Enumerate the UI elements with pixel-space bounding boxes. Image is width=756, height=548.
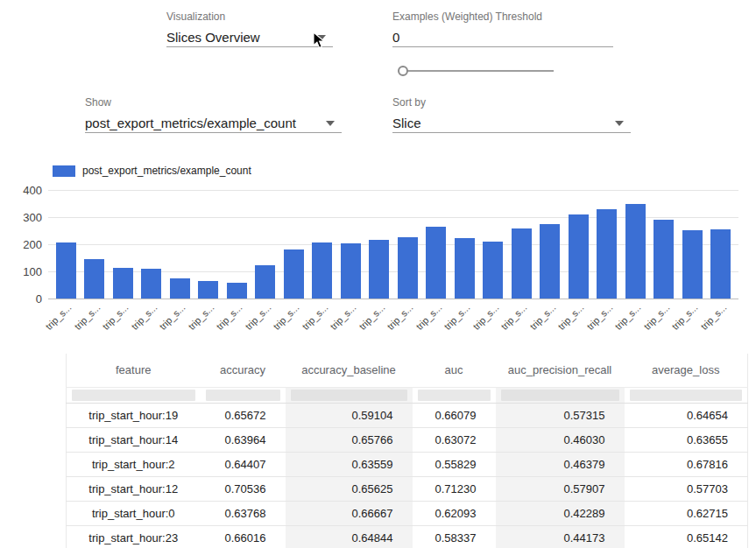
chart-legend: post_export_metrics/example_count	[53, 165, 251, 177]
bar[interactable]	[84, 259, 104, 299]
show-dropdown[interactable]: post_export_metrics/example_count	[85, 113, 342, 133]
bar[interactable]	[341, 243, 361, 299]
metric-cell: 0.65625	[286, 476, 413, 501]
metric-cell: 0.71230	[413, 476, 496, 501]
filter-input[interactable]	[501, 390, 619, 401]
bar[interactable]	[654, 220, 674, 299]
y-axis-tick-label: 100	[12, 265, 42, 278]
bar-slot: trip_s...	[365, 190, 394, 299]
bar[interactable]	[255, 265, 275, 299]
bar[interactable]	[312, 242, 332, 299]
column-header-accuracy_baseline[interactable]: accuracy_baseline	[286, 354, 413, 387]
visualization-dropdown[interactable]: Slices Overview	[166, 27, 333, 47]
bar-slot: trip_s...	[138, 190, 166, 299]
show-label: Show	[85, 96, 342, 109]
filter-cell	[413, 387, 496, 403]
filter-input[interactable]	[206, 390, 280, 401]
visualization-control: Visualization Slices Overview	[166, 11, 333, 47]
legend-label: post_export_metrics/example_count	[82, 165, 251, 177]
metric-cell: 0.65142	[625, 525, 748, 548]
metrics-table: featureaccuracyaccuracy_baselineaucauc_p…	[66, 354, 748, 548]
threshold-slider[interactable]	[398, 65, 554, 77]
bar[interactable]	[198, 281, 218, 299]
bar[interactable]	[170, 278, 190, 299]
bar[interactable]	[426, 227, 446, 299]
column-header-auc_precision_recall[interactable]: auc_precision_recall	[496, 354, 625, 387]
metric-cell: 0.64844	[286, 525, 413, 548]
sort-by-dropdown[interactable]: Slice	[392, 113, 631, 133]
bar[interactable]	[597, 209, 617, 299]
bar-slot: trip_s...	[422, 190, 451, 299]
bar[interactable]	[540, 224, 560, 299]
column-header-average_loss[interactable]: average_loss	[625, 354, 748, 387]
metric-cell: 0.46379	[496, 452, 625, 476]
column-header-accuracy[interactable]: accuracy	[201, 354, 286, 387]
bar[interactable]	[455, 238, 475, 299]
visualization-label: Visualization	[166, 11, 333, 23]
metric-cell: 0.66016	[201, 525, 286, 548]
table-row[interactable]: trip_start_hour:140.639640.657660.630720…	[67, 427, 748, 452]
threshold-input[interactable]: 0	[392, 27, 613, 47]
show-control: Show post_export_metrics/example_count	[85, 96, 342, 133]
filter-input[interactable]	[72, 390, 195, 401]
filter-input[interactable]	[630, 390, 743, 401]
y-axis-tick-label: 0	[12, 292, 42, 306]
table-row[interactable]: trip_start_hour:230.660160.648440.583370…	[67, 525, 748, 548]
bar-slot: trip_s...	[223, 190, 251, 299]
slider-handle[interactable]	[398, 66, 408, 76]
gridline	[48, 299, 738, 299]
metric-cell: 0.65672	[201, 403, 286, 427]
sort-by-label: Sort by	[392, 96, 631, 109]
slider-track[interactable]	[404, 70, 554, 72]
metric-cell: 0.64654	[625, 403, 748, 427]
bar-slot: trip_s...	[450, 190, 479, 299]
bar[interactable]	[398, 237, 418, 299]
chevron-down-icon	[326, 121, 335, 126]
bar[interactable]	[625, 204, 646, 299]
metric-cell: 0.67816	[625, 452, 748, 476]
table-row[interactable]: trip_start_hour:120.705360.656250.712300…	[67, 476, 748, 501]
filter-input[interactable]	[291, 390, 407, 401]
table-row[interactable]: trip_start_hour:190.656720.591040.660790…	[67, 403, 748, 427]
metric-cell: 0.59104	[286, 403, 413, 427]
bar[interactable]	[710, 229, 731, 299]
threshold-value: 0	[392, 30, 399, 45]
filter-cell	[625, 387, 748, 403]
bar[interactable]	[682, 230, 703, 299]
bar[interactable]	[483, 242, 503, 299]
metric-cell: 0.62093	[413, 501, 496, 525]
y-axis-tick-label: 400	[12, 184, 42, 197]
metric-cell: 0.44173	[496, 525, 625, 548]
mouse-cursor	[313, 32, 326, 50]
table-row[interactable]: trip_start_hour:00.637680.666670.620930.…	[67, 501, 748, 525]
bar-slot: trip_s...	[678, 190, 707, 299]
bar[interactable]	[512, 228, 532, 299]
bar-slot: trip_s...	[564, 190, 593, 299]
bar[interactable]	[569, 214, 589, 299]
filter-cell	[286, 387, 413, 403]
bar[interactable]	[56, 242, 76, 299]
metric-cell: 0.65766	[286, 427, 413, 452]
metric-cell: 0.42289	[496, 501, 625, 525]
bar[interactable]	[227, 283, 247, 299]
bar-slot: trip_s...	[166, 190, 194, 299]
metric-cell: 0.57703	[625, 476, 748, 501]
example-count-bar-chart: trip_s...trip_s...trip_s...trip_s...trip…	[0, 184, 756, 347]
bar-slot: trip_s...	[479, 190, 508, 299]
table-row[interactable]: trip_start_hour:20.644070.635590.558290.…	[67, 452, 748, 476]
bar[interactable]	[113, 268, 133, 299]
chevron-down-icon	[615, 121, 624, 126]
filter-input[interactable]	[418, 390, 491, 401]
bar[interactable]	[141, 269, 161, 299]
bar[interactable]	[369, 240, 389, 299]
filter-cell	[496, 387, 625, 403]
metric-cell: 0.63072	[413, 427, 496, 452]
bar-slot: trip_s...	[593, 190, 622, 299]
bar[interactable]	[284, 249, 304, 299]
table-body: trip_start_hour:190.656720.591040.660790…	[67, 403, 748, 548]
bar-slot: trip_s...	[109, 190, 138, 299]
column-header-auc[interactable]: auc	[413, 354, 496, 387]
bar-slot: trip_s...	[336, 190, 365, 299]
bar-slot: trip_s...	[251, 190, 280, 299]
column-header-feature[interactable]: feature	[67, 354, 201, 387]
